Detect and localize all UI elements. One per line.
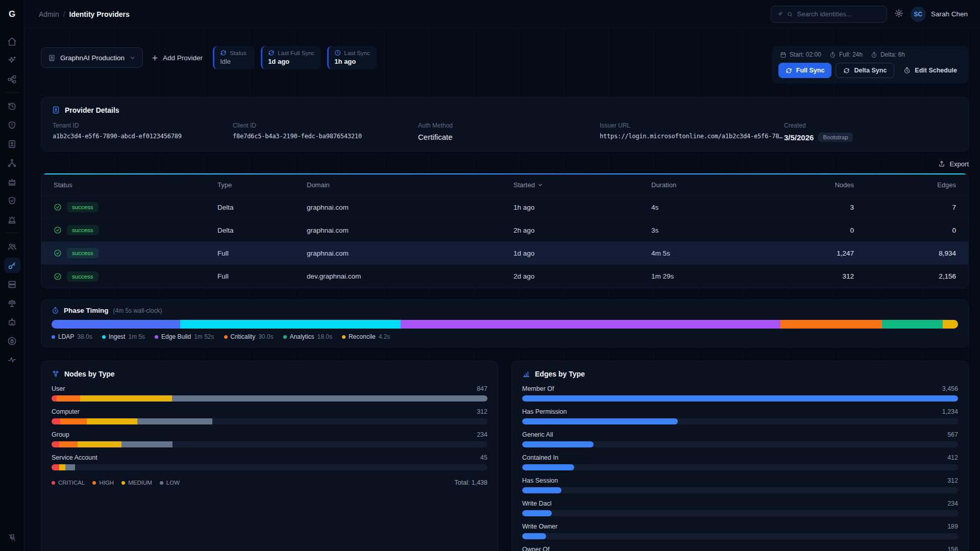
table-row[interactable]: success Full dev.graphnai.com 2d ago 1m … — [41, 265, 968, 288]
sidebar-item-risks[interactable] — [4, 117, 20, 133]
last-sync-chip: Last Sync 1h ago — [327, 46, 377, 69]
phase-timing-bar — [52, 320, 958, 329]
nodes-bars: User847 Computer312 Group234 Servic — [52, 385, 487, 470]
charts-row: Nodes by Type User847 Computer312 Group2… — [41, 361, 969, 551]
clock-icon — [334, 49, 341, 56]
search-icon — [787, 11, 793, 18]
phase-segment-edge-build — [401, 320, 780, 329]
full-sync-button[interactable]: Full Sync — [778, 63, 832, 78]
status-chip: Status Idle — [213, 46, 255, 69]
last-full-sync-chip: Last Full Sync 1d ago — [261, 46, 321, 69]
sidebar-item-tier-zero[interactable] — [4, 174, 20, 189]
timer-icon — [903, 67, 911, 74]
legend-low: LOW — [160, 480, 180, 486]
id-card-icon — [48, 54, 56, 62]
chevron-down-icon — [537, 182, 543, 188]
legend-item: Analytics18.0s — [283, 333, 332, 340]
schedule-buttons: Full Sync Delta Sync Edit Schedule — [778, 63, 962, 78]
col-started-sort[interactable]: Started — [513, 181, 651, 189]
search-input[interactable] — [797, 10, 880, 18]
cell-nodes: 3 — [794, 204, 854, 211]
shield-alert-icon — [7, 120, 17, 130]
sidebar-item-alerts[interactable] — [4, 212, 20, 227]
sidebar-item-home[interactable] — [4, 34, 20, 49]
users-icon — [7, 242, 17, 252]
cell-started: 1d ago — [513, 249, 651, 257]
edge-row: Write Dacl234 — [522, 500, 958, 516]
calendar-icon — [780, 52, 787, 58]
cell-edges: 0 — [854, 227, 956, 234]
cell-duration: 4m 5s — [651, 249, 794, 257]
check-circle-icon — [54, 226, 62, 234]
sidebar-item-posture[interactable] — [4, 193, 20, 208]
check-circle-icon — [54, 203, 62, 211]
chip-value: Idle — [220, 58, 248, 65]
edge-row: Generic All567 — [522, 431, 958, 447]
settings-button[interactable] — [894, 9, 903, 19]
node-row-computer: Computer312 — [52, 408, 487, 424]
bootstrap-badge: Bootstrap — [818, 133, 852, 142]
sidebar-item-users[interactable] — [4, 239, 20, 254]
avatar[interactable]: SC — [911, 7, 926, 22]
bar-chart-icon — [522, 370, 530, 378]
sidebar-collapse-pin[interactable] — [4, 530, 20, 545]
sidebar-item-history[interactable] — [4, 98, 20, 114]
edit-schedule-button[interactable]: Edit Schedule — [898, 63, 962, 78]
add-provider-button[interactable]: Add Provider — [151, 47, 203, 68]
legend-item: LDAP38.0s — [52, 333, 92, 340]
legend-item: Reconcile4.2s — [342, 333, 390, 340]
schedule-delta: Delta: 6h — [871, 51, 905, 58]
table-row[interactable]: success Delta graphnai.com 1h ago 4s 3 7 — [41, 196, 968, 219]
legend-medium: MEDIUM — [121, 480, 152, 486]
cell-type: Delta — [217, 227, 307, 234]
table-row-selected[interactable]: success Full graphnai.com 1d ago 4m 5s 1… — [41, 242, 968, 265]
edge-row: Has Session312 — [522, 477, 958, 493]
field-auth-method: Auth Method Certificate — [418, 122, 600, 142]
legend-item: Ingest1m 5s — [102, 333, 145, 340]
sync-icon — [786, 67, 792, 74]
sidebar-item-identity-providers[interactable] — [4, 258, 20, 273]
sidebar-item-activity[interactable] — [4, 352, 20, 367]
field-client-id: Client ID f8e7d6c5-b4a3-2190-fedc-ba9876… — [233, 122, 418, 142]
sidebar: G — [0, 0, 24, 551]
sidebar-item-ai[interactable] — [4, 53, 20, 68]
phase-timing-title: Phase Timing — [64, 307, 109, 314]
edges-bars: Member Of3,456 Has Permission1,234 Gener… — [522, 385, 958, 551]
export-button[interactable]: Export — [938, 156, 969, 171]
severity-legend: CRITICAL HIGH MEDIUM LOW Total: 1,438 — [52, 479, 487, 486]
table-row[interactable]: success Delta graphnai.com 2h ago 3s 0 0 — [41, 219, 968, 242]
col-status: Status — [54, 181, 217, 189]
provider-select[interactable]: GraphnAI Production — [41, 47, 143, 68]
provider-details-card: Provider Details Tenant ID a1b2c3d4-e5f6… — [41, 97, 969, 152]
home-icon — [7, 37, 17, 46]
cell-edges: 8,934 — [854, 249, 956, 257]
app-logo: G — [0, 0, 24, 29]
sidebar-item-hierarchy[interactable] — [4, 155, 20, 170]
sidebar-item-privileged-access[interactable] — [4, 333, 20, 348]
user-menu[interactable]: SC Sarah Chen — [911, 7, 968, 22]
chip-value: 1h ago — [334, 58, 370, 65]
provider-details-grid: Tenant ID a1b2c3d4-e5f6-7890-abcd-ef0123… — [52, 122, 958, 142]
sync-history-table: Status Type Domain Started Duration Node… — [41, 173, 969, 288]
sidebar-nav — [0, 29, 24, 551]
sidebar-item-graph[interactable] — [4, 71, 20, 87]
sidebar-item-identities[interactable] — [4, 136, 20, 152]
delta-sync-button[interactable]: Delta Sync — [836, 63, 894, 78]
sidebar-item-automation[interactable] — [4, 314, 20, 330]
chip-label: Status — [230, 50, 247, 56]
cell-domain: graphnai.com — [307, 249, 513, 257]
sidebar-divider — [6, 92, 19, 93]
breadcrumb-section[interactable]: Admin — [39, 10, 59, 18]
nodes-by-type-title: Nodes by Type — [64, 370, 115, 378]
legend-item: Edge Build1m 52s — [155, 333, 214, 340]
field-tenant-id: Tenant ID a1b2c3d4-e5f6-7890-abcd-ef0123… — [53, 122, 233, 142]
search-box[interactable] — [771, 6, 887, 23]
edge-row: Member Of3,456 — [522, 385, 958, 402]
sidebar-item-servers[interactable] — [4, 277, 20, 292]
check-circle-icon — [54, 249, 62, 257]
top-header: Admin / Identity Providers SC Sarah Chen — [24, 0, 980, 29]
cell-started: 2d ago — [513, 272, 651, 280]
sidebar-item-compliance[interactable] — [4, 295, 20, 311]
edge-row: Owner Of156 — [522, 546, 958, 551]
phase-segment-criticality — [780, 320, 882, 329]
